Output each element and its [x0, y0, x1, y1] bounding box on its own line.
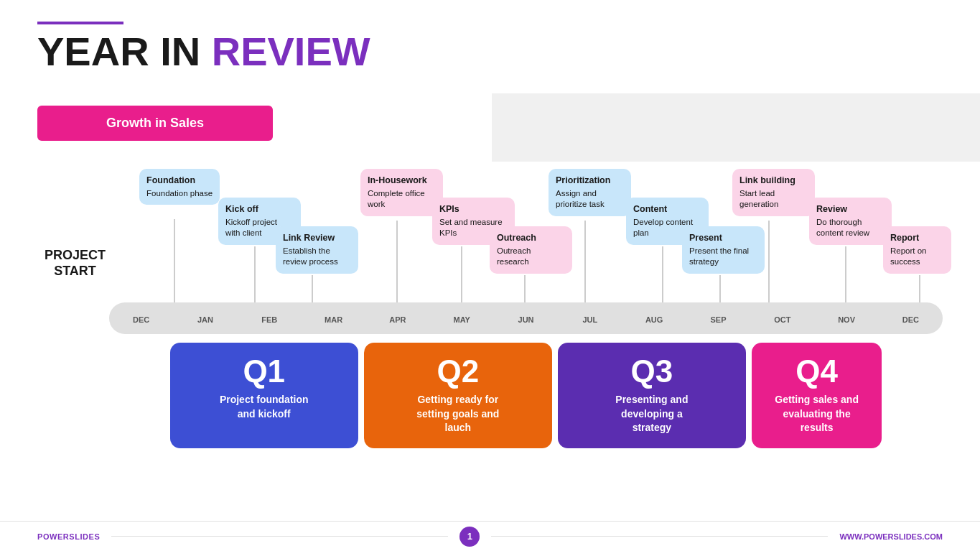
- quarter-q1: Q1 Project foundationand kickoff: [170, 343, 358, 448]
- task-foundation-desc: Foundation phase: [146, 188, 213, 200]
- task-link-review: Link Review Establish the review process: [276, 226, 358, 274]
- connector-report: [919, 275, 920, 305]
- connector-present: [719, 275, 721, 305]
- task-content-title: Content: [633, 203, 701, 216]
- connector-link-review: [312, 275, 313, 305]
- q1-description: Project foundationand kickoff: [177, 393, 351, 421]
- month-sep: SEP: [686, 315, 750, 324]
- q4-description: Getting sales andevaluating theresults: [759, 393, 874, 435]
- month-jan: JAN: [173, 315, 237, 324]
- month-apr: APR: [365, 315, 429, 324]
- task-foundation-title: Foundation: [146, 175, 213, 187]
- footer-line-right: [491, 536, 828, 537]
- footer-page-number: 1: [459, 527, 480, 547]
- quarter-q3: Q3 Presenting anddeveloping astrategy: [558, 343, 746, 448]
- footer-brand-accent: POWER: [37, 532, 69, 541]
- month-jun: JUN: [494, 315, 558, 324]
- task-link-review-title: Link Review: [283, 232, 351, 244]
- month-may: MAY: [430, 315, 494, 324]
- task-review-desc: Do thorough content review: [816, 217, 885, 239]
- decorative-gray-rect: [492, 93, 980, 162]
- month-oct: OCT: [750, 315, 814, 324]
- month-aug: AUG: [622, 315, 686, 324]
- task-prioritization: Prioritization Assign and prioritize tas…: [549, 169, 631, 216]
- task-kpis-title: KPIs: [439, 203, 508, 216]
- connector-link-building: [768, 221, 770, 305]
- title-black: YEAR IN: [37, 29, 212, 74]
- task-report-title: Report: [890, 232, 944, 244]
- connector-kpis: [461, 246, 462, 305]
- month-jul: JUL: [558, 315, 622, 324]
- footer-brand-normal: SLIDES: [69, 532, 100, 541]
- quarter-spacer-right: [885, 340, 943, 451]
- task-outreach-title: Outreach: [497, 232, 565, 244]
- month-dec-start: DEC: [109, 315, 173, 324]
- connector-review: [845, 246, 846, 305]
- footer-line-left: [111, 536, 448, 537]
- task-present: Present Present the final strategy: [682, 226, 765, 274]
- header: YEAR IN REVIEW: [37, 22, 370, 72]
- q4-label: Q4: [759, 356, 874, 387]
- task-outreach-desc: Outreach research: [497, 246, 565, 268]
- month-nov: NOV: [814, 315, 878, 324]
- task-foundation: Foundation Foundation phase: [139, 169, 220, 205]
- connector-inhousework: [396, 221, 398, 305]
- footer: POWERSLIDES 1 WWW.POWERSLIDES.COM: [0, 521, 980, 551]
- footer-website: WWW.POWERSLIDES.COM: [839, 532, 943, 541]
- task-link-building-title: Link building: [739, 175, 808, 187]
- months-row: DEC JAN FEB MAR APR MAY JUN JUL AUG SEP …: [109, 304, 943, 335]
- task-inhousework: In-Housework Complete office work: [360, 169, 443, 216]
- task-present-desc: Present the final strategy: [689, 246, 757, 268]
- q3-description: Presenting anddeveloping astrategy: [565, 393, 739, 435]
- footer-brand: POWERSLIDES: [37, 532, 100, 541]
- q2-label: Q2: [371, 356, 545, 387]
- task-prioritization-desc: Assign and prioritize task: [556, 188, 624, 210]
- month-feb: FEB: [238, 315, 302, 324]
- growth-badge: Growth in Sales: [37, 106, 273, 141]
- task-present-title: Present: [689, 232, 757, 244]
- task-review-title: Review: [816, 203, 885, 216]
- task-prioritization-title: Prioritization: [556, 175, 624, 187]
- q1-label: Q1: [177, 356, 351, 387]
- connector-outreach: [524, 275, 526, 305]
- month-dec-end: DEC: [879, 315, 943, 324]
- quarter-spacer-left: [109, 340, 167, 451]
- connector-content: [662, 246, 663, 305]
- q2-description: Getting ready forsetting goals andlauch: [371, 393, 545, 435]
- task-inhousework-title: In-Housework: [368, 175, 436, 187]
- task-report: Report Report on success: [883, 226, 951, 274]
- quarters-row: Q1 Project foundationand kickoff Q2 Gett…: [109, 340, 943, 451]
- header-accent-line: [37, 22, 123, 24]
- project-start-label: PROJECTSTART: [45, 248, 106, 279]
- quarter-q2: Q2 Getting ready forsetting goals andlau…: [364, 343, 552, 448]
- task-outreach: Outreach Outreach research: [490, 226, 572, 274]
- connector-prioritization: [584, 221, 586, 305]
- title-purple: REVIEW: [212, 29, 370, 74]
- task-review: Review Do thorough content review: [809, 198, 892, 245]
- task-report-desc: Report on success: [890, 246, 944, 268]
- connector-kickoff: [254, 246, 256, 305]
- task-inhousework-desc: Complete office work: [368, 188, 436, 210]
- task-link-building-desc: Start lead generation: [739, 188, 808, 210]
- quarter-q4: Q4 Getting sales andevaluating theresult…: [752, 343, 882, 448]
- q3-label: Q3: [565, 356, 739, 387]
- month-mar: MAR: [302, 315, 365, 324]
- task-link-building: Link building Start lead generation: [732, 169, 815, 216]
- task-kickoff-title: Kick off: [225, 203, 294, 216]
- connector-foundation: [174, 219, 175, 305]
- page-title: YEAR IN REVIEW: [37, 32, 370, 72]
- task-link-review-desc: Establish the review process: [283, 246, 351, 268]
- timeline-container: PROJECTSTART Foundation Foundation phase…: [37, 162, 943, 511]
